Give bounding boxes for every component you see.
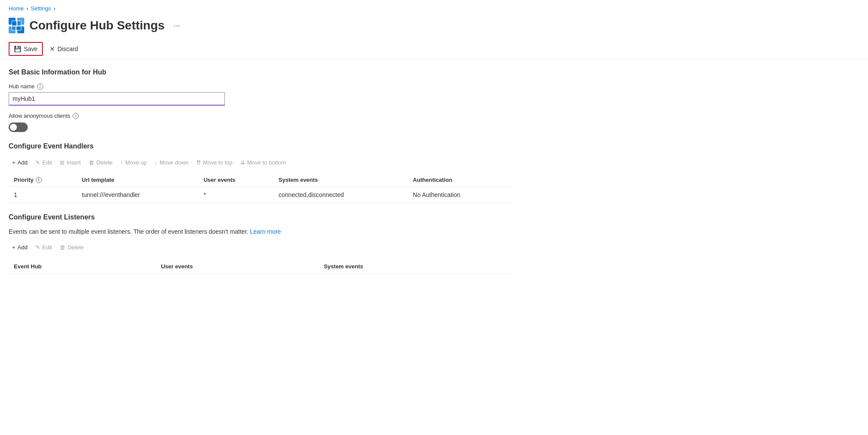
el-edit-label: Edit xyxy=(42,244,52,251)
discard-icon: ✕ xyxy=(50,45,55,52)
basic-info-section: Set Basic Information for Hub Hub name i… xyxy=(9,68,510,132)
el-edit-icon: ✎ xyxy=(35,244,40,251)
anonymous-clients-label: Allow anonymous clients i xyxy=(9,113,510,119)
eh-move-to-top-button[interactable]: ⇈ Move to top xyxy=(193,157,236,168)
discard-button[interactable]: ✕ Discard xyxy=(45,42,83,56)
event-handlers-table-header: Priority i Url template User events Syst… xyxy=(9,173,510,187)
table-row[interactable]: 1 tunnel:///eventhandler * connected,dis… xyxy=(9,187,510,203)
eh-move-down-label: Move down xyxy=(160,159,188,166)
basic-info-title: Set Basic Information for Hub xyxy=(9,68,510,76)
el-delete-icon: 🗑 xyxy=(60,244,65,251)
add-icon: + xyxy=(12,159,16,166)
table-header-row: Priority i Url template User events Syst… xyxy=(9,173,510,187)
anonymous-clients-toggle[interactable] xyxy=(9,122,28,132)
breadcrumb-home[interactable]: Home xyxy=(9,5,24,12)
event-handlers-table-body: 1 tunnel:///eventhandler * connected,dis… xyxy=(9,187,510,203)
hub-name-info-icon[interactable]: i xyxy=(37,84,43,90)
col-authentication: Authentication xyxy=(408,173,510,187)
event-handlers-toolbar: + Add ✎ Edit ⊞ Insert 🗑 Delete ↑ Move up… xyxy=(9,157,510,168)
el-add-button[interactable]: + Add xyxy=(9,242,31,253)
el-col-event-hub: Event Hub xyxy=(9,260,156,274)
eh-add-label: Add xyxy=(18,159,28,166)
event-listeners-table: Event Hub User events System events xyxy=(9,260,510,274)
toggle-slider xyxy=(9,122,28,132)
page-title: Configure Hub Settings xyxy=(29,19,165,32)
svg-rect-7 xyxy=(12,26,16,30)
eh-insert-label: Insert xyxy=(67,159,81,166)
edit-icon: ✎ xyxy=(35,159,40,166)
eh-delete-button[interactable]: 🗑 Delete xyxy=(85,157,116,168)
svg-rect-5 xyxy=(12,21,16,26)
move-down-icon: ↓ xyxy=(155,159,158,166)
save-button[interactable]: 💾 Save xyxy=(9,42,43,56)
move-up-icon: ↑ xyxy=(120,159,123,166)
delete-icon: 🗑 xyxy=(89,159,94,166)
eh-move-to-bottom-label: Move to bottom xyxy=(247,159,286,166)
priority-info-icon[interactable]: i xyxy=(36,177,42,183)
eh-move-up-label: Move up xyxy=(125,159,147,166)
col-user-events: User events xyxy=(199,173,273,187)
el-delete-label: Delete xyxy=(67,244,84,251)
hub-name-input[interactable] xyxy=(9,92,225,106)
page-header: Configure Hub Settings ··· xyxy=(0,14,868,39)
el-add-icon: + xyxy=(12,244,16,251)
el-add-label: Add xyxy=(18,244,28,251)
cell-system-events: connected,disconnected xyxy=(273,187,408,203)
el-delete-button[interactable]: 🗑 Delete xyxy=(56,242,87,253)
cell-url-template: tunnel:///eventhandler xyxy=(77,187,199,203)
cell-priority: 1 xyxy=(9,187,77,203)
event-listeners-toolbar: + Add ✎ Edit 🗑 Delete xyxy=(9,242,510,253)
hub-name-label: Hub name i xyxy=(9,83,510,90)
move-to-top-icon: ⇈ xyxy=(196,159,201,166)
eh-add-button[interactable]: + Add xyxy=(9,157,31,168)
col-priority: Priority i xyxy=(9,173,77,187)
event-listeners-title: Configure Event Listeners xyxy=(9,213,510,221)
event-listeners-section: Configure Event Listeners Events can be … xyxy=(9,213,510,274)
save-label: Save xyxy=(24,45,38,52)
event-listeners-description: Events can be sent to multiple event lis… xyxy=(9,228,510,235)
el-edit-button[interactable]: ✎ Edit xyxy=(32,242,55,253)
col-system-events: System events xyxy=(273,173,408,187)
eh-delete-label: Delete xyxy=(96,159,113,166)
hub-name-field: Hub name i xyxy=(9,83,510,106)
col-url-template: Url template xyxy=(77,173,199,187)
el-header-row: Event Hub User events System events xyxy=(9,260,510,274)
eh-insert-button[interactable]: ⊞ Insert xyxy=(56,157,84,168)
svg-rect-8 xyxy=(16,26,21,30)
event-handlers-table: Priority i Url template User events Syst… xyxy=(9,173,510,203)
save-icon: 💾 xyxy=(14,45,21,52)
breadcrumb-settings[interactable]: Settings xyxy=(31,5,51,12)
eh-move-to-bottom-button[interactable]: ⇊ Move to bottom xyxy=(237,157,290,168)
eh-move-to-top-label: Move to top xyxy=(203,159,233,166)
event-listeners-table-header: Event Hub User events System events xyxy=(9,260,510,274)
breadcrumb-sep-1: › xyxy=(26,5,28,12)
event-handlers-section: Configure Event Handlers + Add ✎ Edit ⊞ … xyxy=(9,142,510,203)
more-options-button[interactable]: ··· xyxy=(173,21,180,30)
main-content: Set Basic Information for Hub Hub name i… xyxy=(0,60,519,293)
el-col-user-events: User events xyxy=(156,260,318,274)
learn-more-link[interactable]: Learn more xyxy=(250,228,281,235)
insert-icon: ⊞ xyxy=(60,159,64,166)
discard-label: Discard xyxy=(58,45,78,52)
breadcrumb-sep-2: › xyxy=(54,5,55,12)
event-handlers-title: Configure Event Handlers xyxy=(9,142,510,150)
eh-move-up-button[interactable]: ↑ Move up xyxy=(117,157,150,168)
app-icon xyxy=(9,18,24,33)
anonymous-info-icon[interactable]: i xyxy=(73,113,79,119)
eh-move-down-button[interactable]: ↓ Move down xyxy=(151,157,192,168)
breadcrumb: Home › Settings › xyxy=(0,0,868,14)
eh-edit-button[interactable]: ✎ Edit xyxy=(32,157,55,168)
el-col-system-events: System events xyxy=(319,260,510,274)
cell-user-events: * xyxy=(199,187,273,203)
eh-edit-label: Edit xyxy=(42,159,52,166)
main-toolbar: 💾 Save ✕ Discard xyxy=(0,39,868,60)
move-to-bottom-icon: ⇊ xyxy=(240,159,245,166)
cell-authentication: No Authentication xyxy=(408,187,510,203)
svg-rect-6 xyxy=(17,21,21,26)
